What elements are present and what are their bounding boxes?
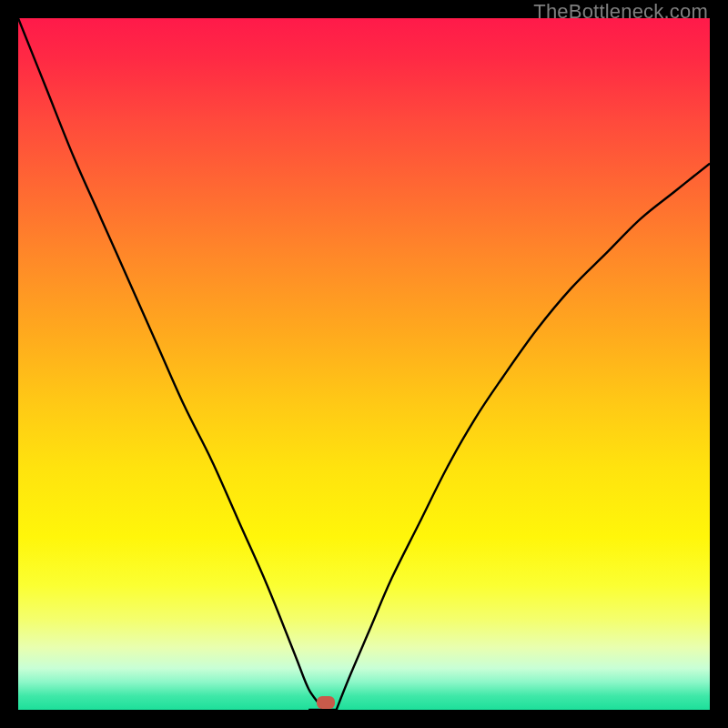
bottleneck-marker [317, 696, 335, 709]
curve-path [18, 18, 710, 710]
plot-area [18, 18, 710, 710]
bottleneck-curve [18, 18, 710, 710]
chart-frame: TheBottleneck.com [0, 0, 728, 728]
